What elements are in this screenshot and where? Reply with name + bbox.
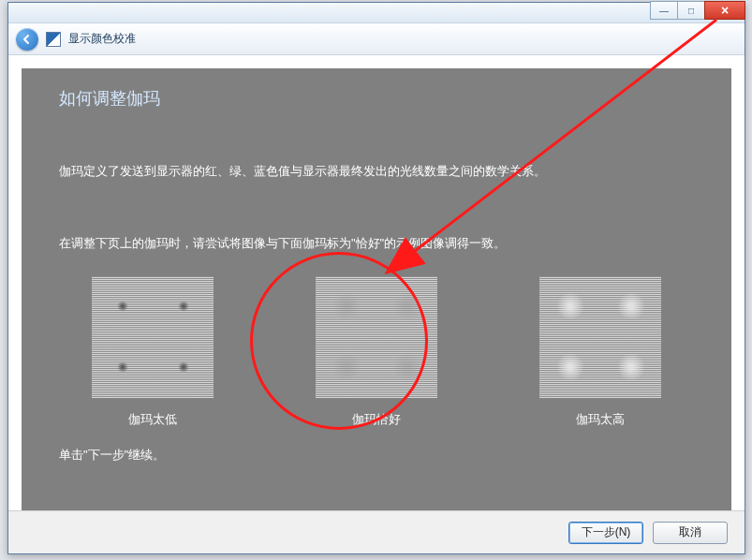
sample-good: 伽玛恰好 bbox=[302, 276, 451, 428]
window-controls: — □ × bbox=[651, 1, 745, 20]
sample-label-low: 伽玛太低 bbox=[128, 411, 177, 428]
instruction-text: 单击"下一步"继续。 bbox=[59, 447, 694, 464]
dialog-window: — □ × 显示颜色校准 如何调整伽玛 伽玛定义了发送到显示器的红、绿、蓝色值与… bbox=[7, 2, 745, 554]
app-icon bbox=[46, 32, 61, 47]
nav-bar: 显示颜色校准 bbox=[8, 23, 745, 55]
sample-label-high: 伽玛太高 bbox=[576, 411, 625, 428]
sample-high: 伽玛太高 bbox=[525, 276, 675, 428]
gamma-sample-image-low bbox=[92, 276, 214, 398]
gamma-sample-image-good bbox=[316, 276, 437, 398]
cancel-button[interactable]: 取消 bbox=[653, 522, 728, 544]
nav-title: 显示颜色校准 bbox=[68, 31, 136, 47]
description-text-1: 伽玛定义了发送到显示器的红、绿、蓝色值与显示器最终发出的光线数量之间的数学关系。 bbox=[59, 162, 694, 182]
next-button[interactable]: 下一步(N) bbox=[568, 522, 643, 544]
gamma-samples-row: 伽玛太低 伽玛恰好 伽玛太高 bbox=[59, 276, 694, 428]
description-text-2: 在调整下页上的伽玛时，请尝试将图像与下面伽玛标为"恰好"的示例图像调得一致。 bbox=[59, 234, 694, 254]
back-button[interactable] bbox=[16, 28, 38, 51]
arrow-left-icon bbox=[22, 34, 33, 45]
sample-low: 伽玛太低 bbox=[78, 276, 228, 428]
content-area: 如何调整伽玛 伽玛定义了发送到显示器的红、绿、蓝色值与显示器最终发出的光线数量之… bbox=[8, 55, 745, 510]
page-title: 如何调整伽玛 bbox=[59, 87, 694, 110]
minimize-button[interactable]: — bbox=[650, 1, 678, 20]
button-bar: 下一步(N) 取消 bbox=[8, 510, 745, 553]
close-button[interactable]: × bbox=[704, 1, 745, 20]
wizard-panel: 如何调整伽玛 伽玛定义了发送到显示器的红、绿、蓝色值与显示器最终发出的光线数量之… bbox=[22, 68, 731, 510]
gamma-sample-image-high bbox=[539, 276, 661, 398]
maximize-button[interactable]: □ bbox=[677, 1, 705, 20]
title-bar[interactable]: — □ × bbox=[8, 3, 745, 23]
sample-label-good: 伽玛恰好 bbox=[352, 411, 401, 428]
